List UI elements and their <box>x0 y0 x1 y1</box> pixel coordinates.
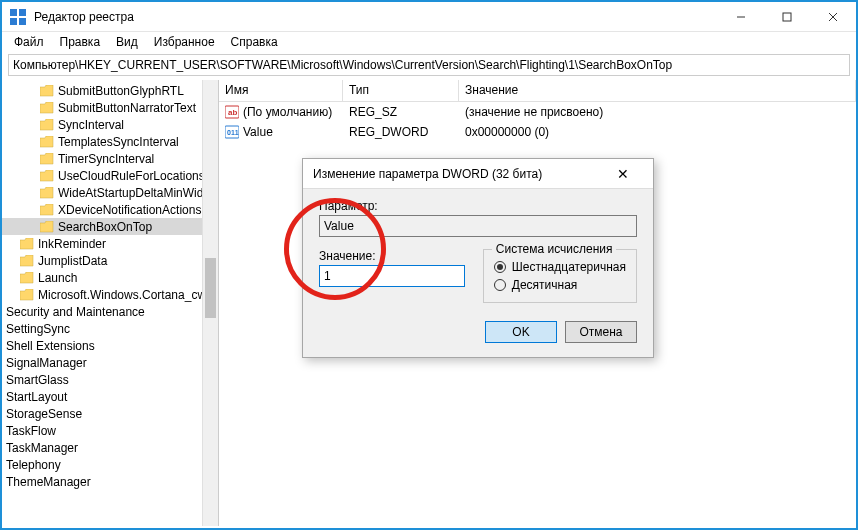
tree-item[interactable]: Telephony <box>2 456 218 473</box>
tree-item-label: SmartGlass <box>6 373 69 387</box>
svg-rect-1 <box>19 9 26 16</box>
tree-item[interactable]: Launch <box>2 269 218 286</box>
dialog-close-button[interactable]: ✕ <box>603 166 643 182</box>
radio-hex[interactable]: Шестнадцатеричная <box>494 260 626 274</box>
tree-item[interactable]: SearchBoxOnTop <box>2 218 218 235</box>
tree-item-label: Security and Maintenance <box>6 305 145 319</box>
tree-item-label: ThemeManager <box>6 475 91 489</box>
tree-item[interactable]: TaskFlow <box>2 422 218 439</box>
tree-item[interactable]: XDeviceNotificationActionsE <box>2 201 218 218</box>
tree-item-label: XDeviceNotificationActionsE <box>58 203 209 217</box>
cancel-button[interactable]: Отмена <box>565 321 637 343</box>
tree-item[interactable]: Security and Maintenance <box>2 303 218 320</box>
tree-item-label: SyncInterval <box>58 118 124 132</box>
tree-item-label: Shell Extensions <box>6 339 95 353</box>
menu-file[interactable]: Файл <box>6 33 52 51</box>
minimize-button[interactable] <box>718 2 764 32</box>
maximize-button[interactable] <box>764 2 810 32</box>
tree-item[interactable]: ThemeManager <box>2 473 218 490</box>
number-base-group: Система исчисления Шестнадцатеричная Дес… <box>483 249 637 303</box>
tree-item-label: SignalManager <box>6 356 87 370</box>
tree-item[interactable]: StorageSense <box>2 405 218 422</box>
tree-item-label: TaskFlow <box>6 424 56 438</box>
tree-item[interactable]: InkReminder <box>2 235 218 252</box>
window-title: Редактор реестра <box>34 10 718 24</box>
address-bar[interactable]: Компьютер\HKEY_CURRENT_USER\SOFTWARE\Mic… <box>8 54 850 76</box>
tree-item[interactable]: UseCloudRuleForLocationsW <box>2 167 218 184</box>
tree-item[interactable]: SmartGlass <box>2 371 218 388</box>
dialog-title-bar[interactable]: Изменение параметра DWORD (32 бита) ✕ <box>303 159 653 189</box>
tree-item-label: StorageSense <box>6 407 82 421</box>
menu-bar: Файл Правка Вид Избранное Справка <box>2 32 856 52</box>
tree-item[interactable]: JumplistData <box>2 252 218 269</box>
tree-item[interactable]: SyncInterval <box>2 116 218 133</box>
tree-item-label: SettingSync <box>6 322 70 336</box>
menu-edit[interactable]: Правка <box>52 33 109 51</box>
svg-rect-2 <box>10 18 17 25</box>
tree-item-label: TaskManager <box>6 441 78 455</box>
cell-name: (По умолчанию) <box>243 105 332 119</box>
value-label: Значение: <box>319 249 465 263</box>
cell-value: (значение не присвоено) <box>459 105 856 119</box>
tree-item[interactable]: SignalManager <box>2 354 218 371</box>
ok-button[interactable]: OK <box>485 321 557 343</box>
list-row[interactable]: 011ValueREG_DWORD0x00000000 (0) <box>219 122 856 142</box>
menu-favorites[interactable]: Избранное <box>146 33 223 51</box>
menu-view[interactable]: Вид <box>108 33 146 51</box>
radio-hex-indicator <box>494 261 506 273</box>
number-base-legend: Система исчисления <box>492 242 617 256</box>
tree-item-label: JumplistData <box>38 254 107 268</box>
edit-dword-dialog: Изменение параметра DWORD (32 бита) ✕ Па… <box>302 158 654 358</box>
address-path: Компьютер\HKEY_CURRENT_USER\SOFTWARE\Mic… <box>13 58 672 72</box>
tree-item-label: WideAtStartupDeltaMinWidt <box>58 186 207 200</box>
svg-rect-3 <box>19 18 26 25</box>
tree-scroll-thumb[interactable] <box>205 258 216 318</box>
list-row[interactable]: ab(По умолчанию)REG_SZ(значение не присв… <box>219 102 856 122</box>
close-button[interactable] <box>810 2 856 32</box>
param-name-field <box>319 215 637 237</box>
tree-item-label: Microsoft.Windows.Cortana_cw5n <box>38 288 219 302</box>
tree-item-label: TimerSyncInterval <box>58 152 154 166</box>
tree-scrollbar[interactable] <box>202 80 218 526</box>
svg-rect-0 <box>10 9 17 16</box>
tree-item-label: StartLayout <box>6 390 67 404</box>
title-bar: Редактор реестра <box>2 2 856 32</box>
tree-item-label: UseCloudRuleForLocationsW <box>58 169 216 183</box>
tree-item[interactable]: TimerSyncInterval <box>2 150 218 167</box>
tree-view[interactable]: SubmitButtonGlyphRTLSubmitButtonNarrator… <box>2 80 219 526</box>
tree-item-label: Launch <box>38 271 77 285</box>
radio-dec-label: Десятичная <box>512 278 578 292</box>
tree-item[interactable]: TemplatesSyncInterval <box>2 133 218 150</box>
radio-hex-label: Шестнадцатеричная <box>512 260 626 274</box>
tree-item[interactable]: SubmitButtonNarratorText <box>2 99 218 116</box>
radio-dec-indicator <box>494 279 506 291</box>
list-header: Имя Тип Значение <box>219 80 856 102</box>
cell-name: Value <box>243 125 273 139</box>
tree-item-label: TemplatesSyncInterval <box>58 135 179 149</box>
tree-item-label: SearchBoxOnTop <box>58 220 152 234</box>
tree-item[interactable]: SettingSync <box>2 320 218 337</box>
radio-dec[interactable]: Десятичная <box>494 278 626 292</box>
tree-item[interactable]: Shell Extensions <box>2 337 218 354</box>
value-input[interactable] <box>319 265 465 287</box>
col-header-value[interactable]: Значение <box>459 80 856 101</box>
tree-item[interactable]: SubmitButtonGlyphRTL <box>2 82 218 99</box>
dialog-title: Изменение параметра DWORD (32 бита) <box>313 167 542 181</box>
regedit-app-icon <box>10 9 26 25</box>
cell-type: REG_DWORD <box>343 125 459 139</box>
tree-item[interactable]: StartLayout <box>2 388 218 405</box>
tree-item-label: SubmitButtonNarratorText <box>58 101 196 115</box>
col-header-name[interactable]: Имя <box>219 80 343 101</box>
tree-item[interactable]: WideAtStartupDeltaMinWidt <box>2 184 218 201</box>
cell-value: 0x00000000 (0) <box>459 125 856 139</box>
menu-help[interactable]: Справка <box>223 33 286 51</box>
svg-rect-5 <box>783 13 791 21</box>
tree-item[interactable]: TaskManager <box>2 439 218 456</box>
svg-text:ab: ab <box>228 108 237 117</box>
tree-item-label: Telephony <box>6 458 61 472</box>
col-header-type[interactable]: Тип <box>343 80 459 101</box>
tree-item-label: SubmitButtonGlyphRTL <box>58 84 184 98</box>
param-label: Параметр: <box>319 199 637 213</box>
tree-item[interactable]: Microsoft.Windows.Cortana_cw5n <box>2 286 218 303</box>
window-controls <box>718 2 856 32</box>
